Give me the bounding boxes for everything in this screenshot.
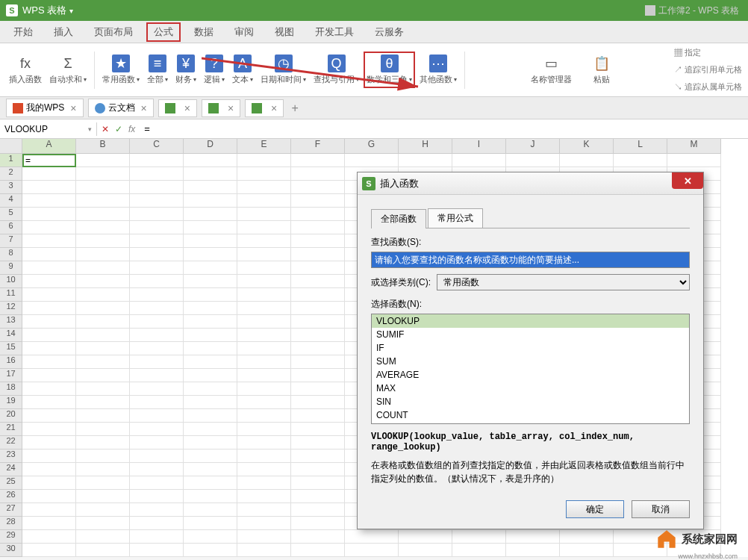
cell-E18[interactable] bbox=[237, 382, 291, 396]
cell-A13[interactable] bbox=[22, 315, 76, 329]
row-header-22[interactable]: 22 bbox=[0, 436, 22, 449]
cell-A19[interactable] bbox=[22, 396, 76, 409]
tab-common-formulas[interactable]: 常用公式 bbox=[428, 208, 483, 228]
col-header-F[interactable]: F bbox=[291, 139, 345, 154]
category-select[interactable]: 常用函数 bbox=[437, 274, 690, 290]
func-item-VLOOKUP[interactable]: VLOOKUP bbox=[372, 314, 689, 328]
cell-F30[interactable] bbox=[291, 544, 345, 557]
col-header-I[interactable]: I bbox=[452, 139, 506, 154]
cell-J30[interactable] bbox=[506, 544, 560, 557]
cell-F2[interactable] bbox=[291, 167, 345, 181]
cell-C8[interactable] bbox=[130, 248, 184, 261]
cell-F24[interactable] bbox=[291, 463, 345, 476]
cell-E15[interactable] bbox=[237, 342, 291, 355]
cell-A29[interactable] bbox=[22, 530, 76, 544]
cell-C11[interactable] bbox=[130, 288, 184, 302]
cell-E28[interactable] bbox=[237, 517, 291, 530]
cell-G29[interactable] bbox=[345, 530, 399, 544]
cell-C15[interactable] bbox=[130, 342, 184, 355]
name-box-dropdown-icon[interactable]: ▾ bbox=[88, 125, 92, 133]
cell-F13[interactable] bbox=[291, 315, 345, 329]
tab-all-functions[interactable]: 全部函数 bbox=[371, 209, 426, 228]
cell-E24[interactable] bbox=[237, 463, 291, 476]
cell-K30[interactable] bbox=[560, 544, 614, 557]
col-header-D[interactable]: D bbox=[184, 139, 237, 154]
close-icon[interactable]: × bbox=[141, 102, 147, 114]
cell-F8[interactable] bbox=[291, 248, 345, 261]
cell-C10[interactable] bbox=[130, 275, 184, 288]
cell-F9[interactable] bbox=[291, 261, 345, 275]
cell-E6[interactable] bbox=[237, 221, 291, 234]
row-header-17[interactable]: 17 bbox=[0, 369, 22, 382]
cell-C22[interactable] bbox=[130, 436, 184, 449]
cell-D24[interactable] bbox=[184, 463, 237, 476]
cell-B21[interactable] bbox=[76, 423, 130, 436]
cell-D22[interactable] bbox=[184, 436, 237, 449]
name-manager[interactable]: ▭名称管理器 bbox=[528, 55, 575, 85]
ribbon-lookup[interactable]: Q查找与引用▾ bbox=[311, 55, 362, 85]
cell-E17[interactable] bbox=[237, 369, 291, 382]
row-header-21[interactable]: 21 bbox=[0, 423, 22, 436]
cell-B3[interactable] bbox=[76, 181, 130, 194]
cell-D20[interactable] bbox=[184, 409, 237, 423]
cell-C1[interactable] bbox=[130, 154, 184, 167]
col-header-G[interactable]: G bbox=[345, 139, 399, 154]
cell-D23[interactable] bbox=[184, 449, 237, 463]
cell-F17[interactable] bbox=[291, 369, 345, 382]
row-header-16[interactable]: 16 bbox=[0, 355, 22, 369]
cell-A3[interactable] bbox=[22, 181, 76, 194]
cell-F3[interactable] bbox=[291, 181, 345, 194]
cell-B28[interactable] bbox=[76, 517, 130, 530]
cell-F23[interactable] bbox=[291, 449, 345, 463]
cell-E12[interactable] bbox=[237, 302, 291, 315]
dialog-title-bar[interactable]: S 插入函数 ✕ bbox=[358, 172, 703, 195]
cell-E13[interactable] bbox=[237, 315, 291, 329]
cell-A21[interactable] bbox=[22, 423, 76, 436]
func-item-MAX[interactable]: MAX bbox=[372, 382, 689, 395]
cell-B17[interactable] bbox=[76, 369, 130, 382]
doc-tab-4[interactable]: × bbox=[245, 99, 284, 117]
cell-E16[interactable] bbox=[237, 355, 291, 369]
cell-C28[interactable] bbox=[130, 517, 184, 530]
row-header-9[interactable]: 9 bbox=[0, 261, 22, 275]
cancel-formula-button[interactable]: ✕ bbox=[102, 124, 109, 134]
cell-A9[interactable] bbox=[22, 261, 76, 275]
func-item-IF[interactable]: IF bbox=[372, 341, 689, 355]
col-header-K[interactable]: K bbox=[560, 139, 614, 154]
cell-E1[interactable] bbox=[237, 154, 291, 167]
ribbon-insert-func[interactable]: fx插入函数 bbox=[6, 55, 45, 85]
row-header-12[interactable]: 12 bbox=[0, 302, 22, 315]
row-header-3[interactable]: 3 bbox=[0, 181, 22, 194]
row-header-5[interactable]: 5 bbox=[0, 208, 22, 221]
cell-D5[interactable] bbox=[184, 208, 237, 221]
cell-D29[interactable] bbox=[184, 530, 237, 544]
cell-C26[interactable] bbox=[130, 490, 184, 503]
cell-C4[interactable] bbox=[130, 194, 184, 208]
cell-D14[interactable] bbox=[184, 329, 237, 342]
cell-E30[interactable] bbox=[237, 544, 291, 557]
cell-E29[interactable] bbox=[237, 530, 291, 544]
ribbon-logic[interactable]: ?逻辑▾ bbox=[201, 55, 228, 85]
cell-A20[interactable] bbox=[22, 409, 76, 423]
cell-C3[interactable] bbox=[130, 181, 184, 194]
cell-J1[interactable] bbox=[506, 154, 560, 167]
cell-A23[interactable] bbox=[22, 449, 76, 463]
app-dropdown-icon[interactable]: ▾ bbox=[69, 7, 73, 15]
close-icon[interactable]: × bbox=[271, 102, 277, 114]
menu-云服务[interactable]: 云服务 bbox=[367, 22, 411, 42]
cell-C23[interactable] bbox=[130, 449, 184, 463]
cell-J29[interactable] bbox=[506, 530, 560, 544]
close-icon[interactable]: × bbox=[228, 102, 234, 114]
cancel-button[interactable]: 取消 bbox=[632, 500, 690, 518]
cell-D21[interactable] bbox=[184, 423, 237, 436]
cell-B25[interactable] bbox=[76, 476, 130, 490]
cell-F15[interactable] bbox=[291, 342, 345, 355]
cell-E19[interactable] bbox=[237, 396, 291, 409]
row-header-30[interactable]: 30 bbox=[0, 544, 22, 557]
cell-E10[interactable] bbox=[237, 275, 291, 288]
cell-A28[interactable] bbox=[22, 517, 76, 530]
formula-input[interactable]: = bbox=[140, 122, 748, 136]
cell-F22[interactable] bbox=[291, 436, 345, 449]
cell-I1[interactable] bbox=[452, 154, 506, 167]
func-item-COUNT[interactable]: COUNT bbox=[372, 408, 689, 422]
